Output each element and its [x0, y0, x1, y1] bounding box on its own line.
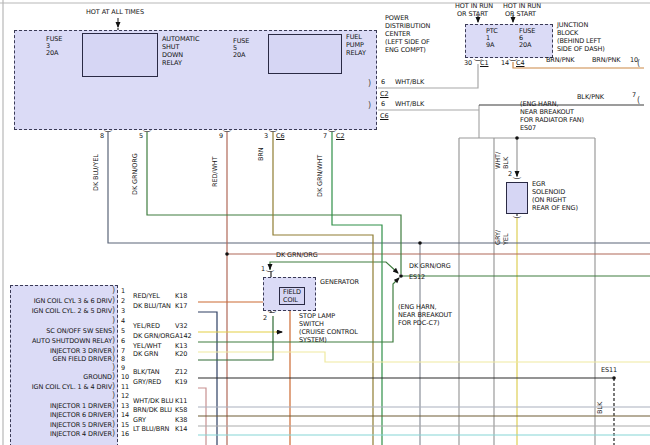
label-6: 6 — [381, 79, 385, 86]
label-down: DOWN — [162, 52, 183, 59]
connector-pin-10: ) — [267, 310, 275, 313]
circuit-code-10: Z12 — [175, 369, 187, 376]
pcm-pin-bracket-3: ) — [112, 307, 115, 315]
label-behind-left: (BEHIND LEFT — [557, 38, 601, 45]
wire-name-16: LT BLU/BRN — [133, 426, 169, 433]
pcm-pin-bracket-15: ) — [112, 421, 115, 429]
label-relay: RELAY — [346, 50, 366, 57]
label-red-wht: RED/WHT — [212, 157, 219, 187]
pcm-pin-bracket-14: ) — [112, 411, 115, 419]
pcm-pin-number-2: 2 — [121, 298, 125, 305]
label-for-pdc-c7: FOR PDC-C7) — [398, 320, 439, 327]
label-cruise-control: (CRUISE CONTROL — [299, 329, 358, 336]
label-generator: GENERATOR — [320, 279, 359, 286]
connector-pin-9: ) — [265, 269, 273, 272]
label-10: 10 — [630, 57, 638, 64]
label-hot-in-run: HOT IN RUN — [455, 3, 493, 10]
label-on-right: (ON RIGHT — [532, 197, 566, 204]
circuit-code-14: K58 — [175, 407, 187, 414]
label-junction: JUNCTION — [557, 22, 588, 29]
pcm-pin-number-11: 11 — [121, 384, 129, 391]
label-7: 7 — [323, 133, 327, 140]
pcm-pin-bracket-16: ) — [112, 430, 115, 438]
label-5: 5 — [139, 133, 143, 140]
label-c1: C1 — [480, 60, 488, 67]
label-eng-harn: (ENG HARN, — [520, 101, 558, 108]
label-dk-grn-org: DK GRN/ORG — [132, 153, 139, 195]
wire-dk-grn-wht — [332, 132, 382, 445]
wiring-diagram-canvas: )))))))))))))((HOT AT ALL TIMESFUSE320AA… — [0, 0, 650, 445]
label-ign-coil-cyl-2-5-driv: IGN COIL CYL. 2 & 5 DRIV — [14, 308, 112, 315]
circuit-code-16: K14 — [175, 426, 187, 433]
pcm-pin-bracket-11: ) — [112, 383, 115, 391]
label-blk: BLK — [597, 402, 604, 414]
label-eng-harn: (ENG HARN, — [398, 304, 436, 311]
junction-dot-7 — [225, 252, 229, 256]
label-injector-1-driver: INJECTOR 1 DRIVER — [14, 403, 112, 410]
circuit-code-6: A142 — [175, 333, 191, 340]
label-block: BLOCK — [557, 30, 578, 37]
circuit-code-13: K11 — [175, 398, 187, 405]
label-9a: 9A — [486, 42, 494, 49]
pcm-pin-number-13: 13 — [121, 403, 129, 410]
label-brn: BRN — [258, 147, 265, 161]
label-for-radiator-fan: FOR RADIATOR FAN) — [520, 117, 584, 124]
circuit-code-5: V32 — [175, 323, 187, 330]
pcm-pin-bracket-5: ) — [112, 327, 115, 335]
label-dk-grn-org: DK GRN/ORG — [276, 252, 318, 259]
pcm-pin-bracket-4: ) — [112, 317, 115, 325]
pcm-pin-bracket-8: ) — [112, 355, 115, 363]
circuit-code-15: K38 — [175, 417, 187, 424]
wire-dk-blu-yel — [108, 132, 650, 243]
label-auto-shutdown-relay: AUTO SHUTDOWN RELAY — [14, 338, 112, 345]
junction-dot-4 — [399, 274, 403, 278]
pcm-pin-number-15: 15 — [121, 422, 129, 429]
pcm-pin-number-9: 9 — [121, 365, 125, 372]
label-3: 3 — [264, 133, 268, 140]
label-wht-blk: WHT/BLK — [395, 101, 424, 108]
label-coil: COIL — [283, 297, 298, 304]
wire-name-6: DK GRN/ORG — [133, 333, 175, 340]
connector-pin-7: ) — [512, 176, 520, 179]
pcm-pin-number-3: 3 — [121, 308, 125, 315]
label-automatic: AUTOMATIC — [162, 36, 199, 43]
pcm-pin-number-16: 16 — [121, 431, 129, 438]
label-gry: GRY/ — [495, 230, 502, 245]
label-yel: YEL — [503, 234, 510, 245]
label-injector-3-driver: INJECTOR 3 DRIVER — [14, 348, 112, 355]
pcm-pin-bracket-1: ) — [112, 287, 115, 295]
label-sc-on-off-sw-sens: SC ON/OFF SW SENS — [14, 328, 112, 335]
splice-es12: ES12 — [409, 274, 425, 281]
label-dk-grn-org: DK GRN/ORG — [409, 263, 451, 270]
connector-pin-4: ) — [327, 129, 335, 132]
connector-pin-14: ( — [637, 97, 640, 105]
label-rear-of-eng: REAR OF ENG) — [532, 205, 578, 212]
wire-name-15: GRY — [133, 417, 146, 424]
wire-name-2: RED/YEL — [133, 293, 160, 300]
label-14: 14 — [501, 60, 509, 67]
junction-dot-3 — [515, 136, 519, 140]
pcm-pin-bracket-6: ) — [112, 337, 115, 345]
fuel-pump-relay-box — [268, 34, 342, 74]
label-20a: 20A — [233, 52, 245, 59]
pcm-pin-number-12: 12 — [121, 393, 129, 400]
label-field: FIELD — [283, 289, 301, 296]
wire-dk-grn-org-gen — [270, 262, 398, 273]
label-ign-coil-cyl-3-6-driv: IGN COIL CYL 3 & 6 DRIV — [14, 298, 112, 305]
label-2: 2 — [508, 171, 512, 178]
label-near-breakout: NEAR BREAKOUT — [520, 109, 574, 116]
pcm-pin-number-8: 8 — [121, 356, 125, 363]
hot-at-all-times: HOT AT ALL TIMES — [86, 9, 144, 16]
label-blk: BLK — [503, 157, 510, 169]
label-ground: GROUND — [14, 374, 112, 381]
label-injector-6-driver: INJECTOR 6 DRIVER — [14, 412, 112, 419]
egr-solenoid-box — [506, 182, 528, 214]
label-or-start: OR START — [505, 11, 536, 18]
pcm-pin-number-6: 6 — [121, 338, 125, 345]
wire-dk-grn-org-main — [147, 132, 401, 274]
label-brn-pnk: BRN/PNK — [592, 57, 620, 64]
label-20a: 20A — [519, 42, 531, 49]
label-1: 1 — [261, 266, 265, 273]
wire-name-11: GRY/RED — [133, 379, 161, 386]
label-c6: C6 — [380, 113, 388, 120]
